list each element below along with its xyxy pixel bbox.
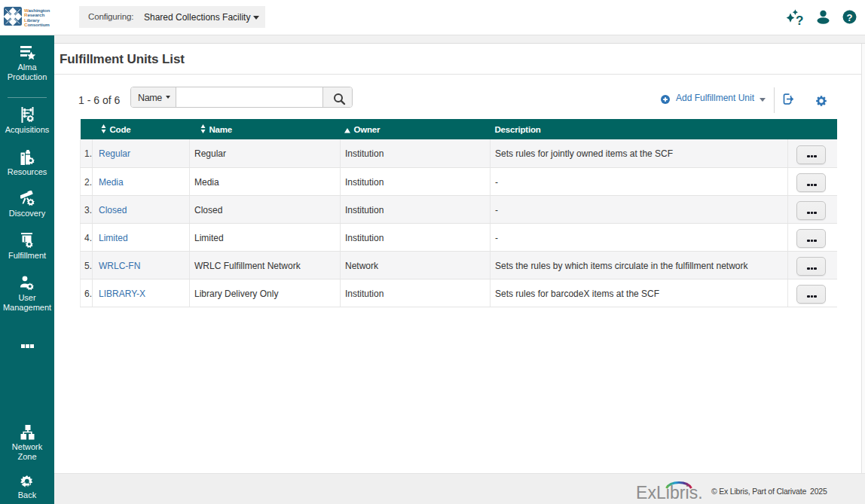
svg-text:?: ?: [847, 12, 853, 23]
svg-text:Consortium: Consortium: [24, 22, 50, 26]
svg-text:?: ?: [796, 14, 803, 28]
